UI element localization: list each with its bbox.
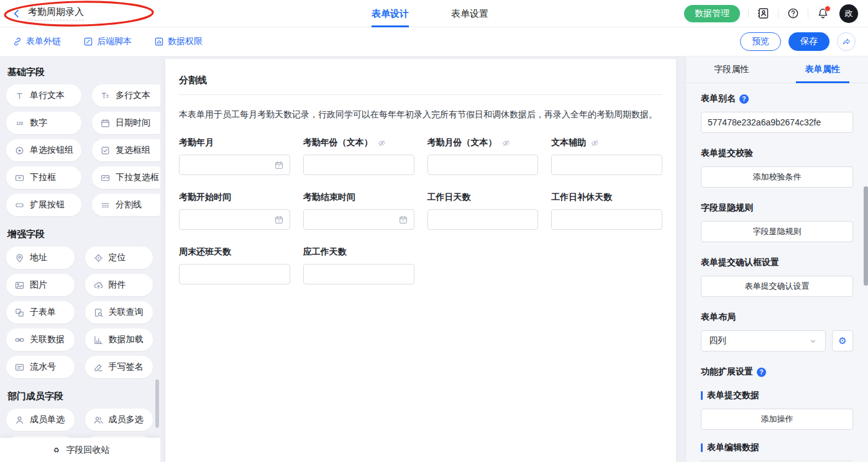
chevron-down-icon [808, 337, 818, 346]
divider-field-title[interactable]: 分割线 [179, 75, 662, 86]
datetime-icon [100, 118, 111, 129]
sidebar-field-item[interactable]: 图片 [6, 274, 75, 296]
sidebar-section: 增强字段 地址 定位 图片 附件 子表单 关联查询 关联数据 数据加载 流水号 [6, 229, 153, 378]
edit-data-group-title: 表单编辑数据 [701, 442, 853, 453]
form-layout-title: 表单布局 [701, 312, 853, 323]
sidebar-field-item[interactable]: 123 数字 [6, 112, 81, 134]
sidebar-field-item[interactable]: 关联数据 [6, 328, 75, 351]
divider-icon [100, 200, 111, 211]
form-card[interactable]: 分割线 本表单用于员工每月考勤天数记录，行政同学可以在每年年初录入完所有节假日和… [165, 59, 676, 462]
sidebar-field-item[interactable]: 单行文本 [6, 84, 81, 107]
canvas-field[interactable]: 工作日天数 [427, 191, 539, 230]
contact-book-icon[interactable] [757, 7, 770, 20]
canvas-field[interactable]: 考勤年份（文本） [303, 137, 414, 175]
sidebar-field-item[interactable]: 分割线 [92, 194, 160, 216]
help-badge-icon[interactable]: ? [739, 94, 749, 104]
backend-script-link[interactable]: 后端脚本 [83, 36, 132, 47]
sidebar-field-item[interactable]: 多行文本 [92, 84, 160, 107]
preview-button[interactable]: 预览 [740, 32, 781, 51]
sidebar-field-item[interactable]: 日期时间 [92, 112, 160, 134]
sidebar-item-label: 附件 [109, 279, 126, 291]
help-badge-icon[interactable]: ? [757, 368, 766, 377]
field-input[interactable]: 7 [303, 209, 414, 230]
sidebar-field-item[interactable]: 复选框组 [92, 139, 160, 161]
svg-text:7: 7 [278, 219, 280, 222]
back-icon[interactable] [11, 8, 22, 19]
sidebar-field-item[interactable]: 关联查询 [85, 301, 153, 324]
data-manage-button[interactable]: 数据管理 [684, 5, 740, 22]
canvas-field[interactable]: 考勤年月 7 [179, 137, 290, 175]
sidebar-item-label: 下拉框 [30, 172, 56, 183]
tab-field-properties[interactable]: 字段属性 [686, 57, 777, 83]
properties-tabs: 字段属性 表单属性 [686, 57, 868, 83]
field-visibility-button[interactable]: 字段显隐规则 [701, 221, 853, 242]
tab-form-properties[interactable]: 表单属性 [777, 57, 868, 83]
field-recycle-bin-button[interactable]: ♻ 字段回收站 [0, 438, 160, 462]
field-input[interactable]: 7 [179, 209, 290, 230]
field-input[interactable] [551, 209, 662, 230]
sidebar-section-title: 基础字段 [7, 66, 153, 78]
canvas-field[interactable]: 考勤月份（文本） [427, 137, 539, 175]
layout-settings-button[interactable]: ⚙ [832, 330, 853, 351]
submit-confirm-button[interactable]: 表单提交确认设置 [701, 276, 853, 297]
sidebar-field-item[interactable]: 成员多选 [85, 409, 153, 431]
properties-panel: 字段属性 表单属性 表单别名 ? 表单提交校验 添加校验条件 字段显隐规则 字段… [685, 57, 868, 462]
form-title[interactable]: 考勤周期录入 [28, 6, 84, 20]
sidebar-item-label: 关联查询 [109, 307, 144, 318]
field-input[interactable] [303, 155, 414, 175]
sidebar-field-item[interactable]: 数据加载 [85, 328, 153, 351]
sidebar-field-item[interactable]: 成员单选 [6, 409, 75, 431]
link-icon [12, 37, 22, 47]
sidebar-item-label: 扩展按钮 [30, 199, 65, 211]
canvas-field[interactable]: 考勤结束时间 7 [303, 191, 414, 230]
data-load-icon [93, 335, 104, 345]
form-description[interactable]: 本表单用于员工每月考勤天数记录，行政同学可以在每年年初录入完所有节假日和调休数据… [179, 108, 662, 120]
sidebar-field-item[interactable]: 手写签名 [85, 356, 153, 378]
submit-data-add-action-button[interactable]: 添加操作 [701, 409, 853, 430]
field-input[interactable] [551, 155, 662, 175]
canvas-field[interactable]: 周末还班天数 [179, 246, 290, 284]
data-permission-icon [154, 37, 164, 47]
sidebar-field-item[interactable]: 地址 [6, 247, 75, 269]
sidebar-field-item[interactable]: 流水号 [6, 356, 75, 378]
sidebar-scrollbar[interactable] [155, 379, 159, 428]
canvas-field[interactable]: 工作日补休天数 [551, 191, 662, 230]
field-input[interactable] [303, 264, 414, 284]
number-icon: 123 [14, 118, 25, 129]
sidebar-field-item[interactable]: 下拉框 [6, 166, 81, 189]
sidebar-field-item[interactable]: 下拉复选框 [92, 166, 160, 189]
field-label: 考勤月份（文本） [427, 137, 497, 148]
add-validation-button[interactable]: 添加校验条件 [701, 166, 853, 188]
canvas-field[interactable]: 应工作天数 [303, 246, 414, 284]
sidebar-field-item[interactable]: 扩展按钮 [6, 194, 81, 216]
extend-button-icon [14, 200, 25, 211]
form-alias-input[interactable] [701, 112, 853, 133]
tab-form-design[interactable]: 表单设计 [372, 0, 409, 27]
form-layout-select[interactable]: 四列 [701, 330, 826, 351]
form-external-link[interactable]: 表单外链 [12, 36, 61, 47]
field-input[interactable] [427, 155, 539, 175]
multi-line-text-icon [100, 91, 111, 101]
divider [748, 9, 749, 18]
sidebar-field-item[interactable]: 子表单 [6, 301, 75, 324]
field-library-sidebar: 基础字段 单行文本 多行文本 123 数字 日期时间 单选按钮组 复选框组 下拉… [0, 57, 160, 462]
canvas-field[interactable]: 文本辅助 [551, 137, 662, 175]
share-button[interactable] [837, 32, 856, 51]
sidebar-field-item[interactable]: 单选按钮组 [6, 139, 81, 161]
field-label: 考勤年月 [179, 137, 214, 148]
notification-bell-icon[interactable] [816, 7, 829, 20]
field-input[interactable] [427, 209, 539, 230]
canvas-field[interactable]: 考勤开始时间 7 [179, 191, 290, 230]
help-icon[interactable] [787, 7, 800, 20]
sidebar-field-item[interactable]: 附件 [85, 274, 153, 296]
data-permission-link[interactable]: 数据权限 [154, 36, 203, 47]
field-input[interactable] [179, 264, 290, 284]
avatar[interactable]: 政 [839, 4, 858, 23]
field-input[interactable]: 7 [179, 155, 290, 175]
panel-scrollbar[interactable] [864, 186, 868, 286]
sidebar-item-label: 图片 [30, 279, 47, 291]
signature-icon [93, 362, 104, 373]
save-button[interactable]: 保存 [788, 32, 829, 51]
tab-form-settings[interactable]: 表单设置 [451, 0, 488, 27]
sidebar-field-item[interactable]: 定位 [85, 247, 153, 269]
